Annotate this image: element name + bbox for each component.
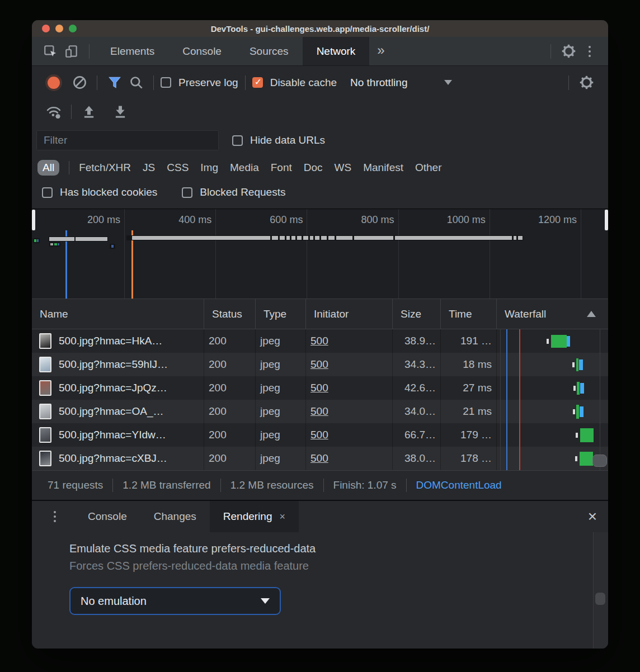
filter-chip-css[interactable]: CSS: [167, 162, 189, 174]
filter-chip-doc[interactable]: Doc: [304, 162, 323, 174]
tab-network[interactable]: Network: [303, 37, 370, 65]
initiator-cell: 500: [306, 353, 393, 376]
waterfall-cell: [497, 400, 608, 423]
column-header-name[interactable]: Name: [32, 299, 204, 329]
minimize-window-button[interactable]: [55, 25, 63, 32]
timeline-tick-label: 200 ms: [87, 214, 120, 226]
filter-chip-js[interactable]: JS: [143, 162, 155, 174]
image-thumbnail: [39, 404, 51, 419]
search-icon[interactable]: [125, 72, 147, 93]
filter-chip-other[interactable]: Other: [415, 162, 442, 174]
divider: [245, 75, 246, 90]
divider: [550, 44, 551, 59]
export-har-icon[interactable]: [110, 101, 131, 122]
more-tabs-chevron[interactable]: »: [369, 42, 392, 58]
blocked-filters-row: Has blocked cookies Blocked Requests: [32, 179, 608, 205]
request-row[interactable]: 500.jpg?hmac=JpQz…200jpeg50042.6…27 ms: [32, 376, 608, 400]
tab-console[interactable]: Console: [168, 37, 236, 65]
network-settings-gear-icon[interactable]: [576, 72, 597, 93]
hide-data-urls-checkbox[interactable]: Hide data URLs: [232, 134, 325, 146]
type-cell: jpeg: [256, 329, 306, 353]
waterfall-bar-blue: [580, 383, 584, 394]
inspect-element-icon[interactable]: [40, 41, 61, 62]
initiator-link[interactable]: 500: [310, 382, 328, 394]
initiator-link[interactable]: 500: [310, 429, 328, 441]
waterfall-cell: [497, 353, 608, 376]
network-overview-timeline[interactable]: 200 ms400 ms600 ms800 ms1000 ms1200 ms: [32, 209, 608, 299]
column-header-type[interactable]: Type: [256, 299, 306, 329]
settings-gear-icon[interactable]: [558, 41, 579, 62]
filter-funnel-icon[interactable]: [104, 72, 125, 93]
column-header-waterfall[interactable]: Waterfall: [497, 299, 608, 329]
preserve-log-checkbox[interactable]: Preserve log: [161, 77, 238, 89]
initiator-link[interactable]: 500: [310, 335, 328, 347]
column-header-status[interactable]: Status: [204, 299, 256, 329]
drawer-tab-rendering[interactable]: Rendering×: [210, 501, 299, 532]
filter-chip-ws[interactable]: WS: [335, 162, 352, 174]
type-cell: jpeg: [256, 400, 306, 423]
size-cell: 42.6…: [393, 376, 441, 400]
initiator-link[interactable]: 500: [310, 358, 328, 371]
import-har-icon[interactable]: [78, 101, 100, 122]
zoom-window-button[interactable]: [69, 25, 77, 32]
overview-bar: [54, 243, 57, 245]
waterfall-bar-blue: [567, 336, 570, 347]
tab-elements[interactable]: Elements: [96, 37, 168, 65]
has-blocked-cookies-checkbox[interactable]: Has blocked cookies: [42, 186, 157, 198]
disable-cache-checkbox[interactable]: Disable cache: [252, 77, 337, 89]
throttling-select[interactable]: No throttling: [350, 77, 452, 89]
table-scrollbar-thumb[interactable]: [592, 455, 607, 467]
request-row[interactable]: 500.jpg?hmac=cXBJ…200jpeg50038.0…178 …: [32, 447, 608, 470]
overview-left-grip[interactable]: [32, 210, 35, 230]
overview-right-grip[interactable]: [605, 210, 608, 230]
network-secondary-toolbar: [32, 99, 608, 125]
column-header-initiator[interactable]: Initiator: [306, 299, 393, 329]
timeline-gridline: [124, 209, 125, 299]
close-window-button[interactable]: [42, 25, 50, 32]
request-row[interactable]: 500.jpg?hmac=HkA…200jpeg50038.9…191 …: [32, 329, 608, 353]
size-cell: 38.0…: [393, 447, 441, 470]
waterfall-load-line: [519, 329, 520, 470]
drawer-menu-kebab-icon[interactable]: [32, 506, 74, 527]
blocked-requests-checkbox[interactable]: Blocked Requests: [182, 186, 285, 198]
drawer-tab-changes[interactable]: Changes: [140, 501, 210, 532]
overview-bar: [58, 243, 59, 245]
device-toolbar-icon[interactable]: [61, 41, 82, 62]
close-tab-icon[interactable]: ×: [279, 511, 285, 523]
request-name: 500.jpg?hmac=HkA…: [59, 335, 162, 347]
timeline-tick-label: 1200 ms: [538, 214, 577, 226]
drawer-scrollbar[interactable]: [593, 532, 608, 649]
initiator-link[interactable]: 500: [310, 405, 328, 418]
drawer-tab-console[interactable]: Console: [74, 501, 140, 532]
overview-bar: [49, 236, 108, 242]
filter-input[interactable]: [36, 130, 219, 150]
filter-chip-manifest[interactable]: Manifest: [363, 162, 403, 174]
overview-bar: [126, 235, 132, 240]
request-row[interactable]: 500.jpg?hmac=YIdw…200jpeg50066.7…179 …: [32, 423, 608, 447]
waterfall-bar-tick: [572, 362, 575, 367]
filter-chip-fetch-xhr[interactable]: Fetch/XHR: [79, 162, 131, 174]
waterfall-gridline: [600, 329, 600, 470]
close-drawer-icon[interactable]: ×: [588, 509, 597, 524]
menu-kebab-icon[interactable]: [579, 41, 600, 62]
emulation-select[interactable]: No emulation: [69, 587, 281, 615]
tab-sources[interactable]: Sources: [236, 37, 303, 65]
filter-chip-img[interactable]: Img: [200, 162, 218, 174]
column-header-time[interactable]: Time: [441, 299, 497, 329]
filter-chip-media[interactable]: Media: [230, 162, 259, 174]
overview-bar: [34, 239, 36, 242]
checkbox-unchecked: [232, 135, 243, 146]
request-row[interactable]: 500.jpg?hmac=59hlJ…200jpeg50034.3…18 ms: [32, 353, 608, 376]
checkbox-checked: [252, 77, 263, 88]
filter-chip-all[interactable]: All: [37, 160, 59, 176]
network-conditions-icon[interactable]: [43, 101, 64, 122]
record-network-log-button[interactable]: [48, 77, 60, 89]
waterfall-bar-green: [577, 382, 580, 395]
column-header-size[interactable]: Size: [393, 299, 441, 329]
filter-chip-font[interactable]: Font: [271, 162, 292, 174]
drawer-scrollbar-thumb[interactable]: [595, 593, 605, 605]
clear-icon[interactable]: [69, 72, 90, 93]
initiator-link[interactable]: 500: [310, 452, 328, 465]
overview-bar: [290, 236, 291, 240]
request-row[interactable]: 500.jpg?hmac=OA_…200jpeg50034.0…21 ms: [32, 400, 608, 423]
